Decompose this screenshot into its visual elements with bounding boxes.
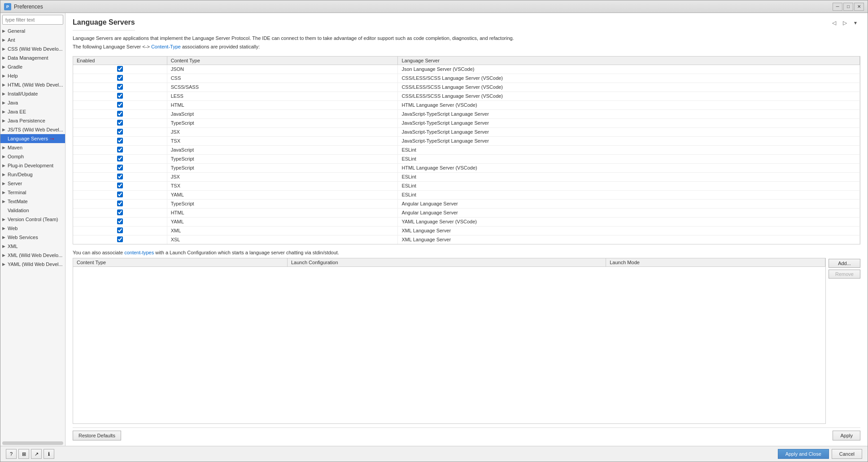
sidebar-item-ant[interactable]: ▶Ant bbox=[0, 35, 65, 44]
launch-config-table: Content Type Launch Configuration Launch… bbox=[73, 258, 825, 267]
cancel-button[interactable]: Cancel bbox=[832, 449, 862, 459]
language-server-cell: ESLint bbox=[398, 190, 860, 199]
tree-arrow-icon: ▶ bbox=[2, 190, 8, 195]
back-button[interactable]: ◁ bbox=[829, 18, 839, 27]
enabled-checkbox[interactable] bbox=[117, 192, 123, 197]
sidebar-item-label: Maven bbox=[8, 145, 22, 150]
sidebar-item-server[interactable]: ▶Server bbox=[0, 179, 65, 188]
title-bar-left: P Preferences bbox=[4, 3, 43, 10]
sidebar-item-textmate[interactable]: ▶TextMate bbox=[0, 197, 65, 206]
enabled-checkbox[interactable] bbox=[117, 93, 123, 99]
help-icon-button[interactable]: ? bbox=[6, 449, 17, 459]
apply-and-close-button[interactable]: Apply and Close bbox=[778, 449, 829, 459]
launch-table-container: Content Type Launch Configuration Launch… bbox=[73, 258, 826, 424]
filter-input[interactable] bbox=[2, 15, 63, 25]
enabled-checkbox[interactable] bbox=[117, 129, 123, 135]
close-button[interactable]: ✕ bbox=[854, 3, 864, 11]
table-row: YAMLYAML Language Server (VSCode) bbox=[73, 217, 860, 226]
sidebar-item-general[interactable]: ▶General bbox=[0, 26, 65, 35]
enabled-checkbox[interactable] bbox=[117, 102, 123, 108]
enabled-checkbox[interactable] bbox=[117, 147, 123, 153]
sidebar-item-yaml-wild[interactable]: ▶YAML (Wild Web Devel... bbox=[0, 260, 65, 269]
main-panel: Language Servers ◁ ▷ ▾ Language Servers … bbox=[65, 13, 868, 446]
sidebar-item-html[interactable]: ▶HTML (Wild Web Devel... bbox=[0, 80, 65, 89]
apply-button[interactable]: Apply bbox=[833, 431, 860, 440]
enabled-checkbox[interactable] bbox=[117, 218, 123, 224]
sidebar-item-maven[interactable]: ▶Maven bbox=[0, 143, 65, 152]
info-icon-button[interactable]: ℹ bbox=[44, 449, 54, 459]
sidebar-item-js-ts[interactable]: ▶JS/TS (Wild Web Devel... bbox=[0, 125, 65, 134]
enabled-checkbox[interactable] bbox=[117, 66, 123, 72]
sidebar-item-java[interactable]: ▶Java bbox=[0, 98, 65, 107]
enabled-checkbox[interactable] bbox=[117, 227, 123, 233]
enabled-checkbox[interactable] bbox=[117, 111, 123, 117]
enabled-checkbox[interactable] bbox=[117, 120, 123, 126]
enabled-checkbox[interactable] bbox=[117, 75, 123, 81]
enabled-checkbox[interactable] bbox=[117, 138, 123, 144]
minimize-button[interactable]: ─ bbox=[833, 3, 842, 11]
language-server-cell: ESLint bbox=[398, 154, 860, 163]
enabled-checkbox[interactable] bbox=[117, 174, 123, 179]
sidebar-scrollbar[interactable] bbox=[2, 441, 63, 445]
sidebar-item-java-ee[interactable]: ▶Java EE bbox=[0, 107, 65, 116]
add-button[interactable]: Add... bbox=[829, 259, 860, 268]
panel-description-1: Language Servers are applications that i… bbox=[73, 35, 860, 42]
tree-arrow-icon: ▶ bbox=[2, 226, 8, 231]
static-table-container[interactable]: Enabled Content Type Language Server JSO… bbox=[73, 56, 860, 244]
tree-arrow-icon: ▶ bbox=[2, 65, 8, 69]
sidebar-item-run-debug[interactable]: ▶Run/Debug bbox=[0, 170, 65, 179]
sidebar-item-terminal[interactable]: ▶Terminal bbox=[0, 188, 65, 197]
enabled-cell bbox=[73, 226, 167, 235]
sidebar-item-label: Java Persistence bbox=[8, 118, 45, 123]
sidebar-item-oomph[interactable]: ▶Oomph bbox=[0, 152, 65, 161]
export-icon-button[interactable]: ↗ bbox=[31, 449, 42, 459]
sidebar-item-web[interactable]: ▶Web bbox=[0, 224, 65, 233]
sidebar-item-install-update[interactable]: ▶Install/Update bbox=[0, 89, 65, 98]
sidebar-item-help[interactable]: ▶Help bbox=[0, 71, 65, 80]
sidebar-item-label: Java EE bbox=[8, 109, 26, 114]
content-types-link[interactable]: content-types bbox=[124, 250, 154, 255]
enabled-checkbox[interactable] bbox=[117, 236, 123, 242]
maximize-button[interactable]: □ bbox=[843, 3, 853, 11]
language-server-cell: Json Language Server (VSCode) bbox=[398, 65, 860, 74]
sidebar-item-xml-wild[interactable]: ▶XML (Wild Web Develo... bbox=[0, 251, 65, 260]
enabled-checkbox[interactable] bbox=[117, 156, 123, 161]
sidebar-item-gradle[interactable]: ▶Gradle bbox=[0, 62, 65, 71]
forward-button[interactable]: ▷ bbox=[840, 18, 850, 27]
enabled-cell bbox=[73, 154, 167, 163]
sidebar-item-plugin-development[interactable]: ▶Plug-in Development bbox=[0, 161, 65, 170]
table-row: JavaScriptESLint bbox=[73, 145, 860, 154]
language-server-cell: XML Language Server bbox=[398, 244, 860, 244]
sidebar-item-data-management[interactable]: ▶Data Management bbox=[0, 53, 65, 62]
restore-defaults-button[interactable]: Restore Defaults bbox=[73, 431, 121, 440]
enabled-checkbox[interactable] bbox=[117, 84, 123, 90]
enabled-checkbox[interactable] bbox=[117, 209, 123, 215]
sidebar-item-label: Java bbox=[8, 100, 18, 105]
enabled-cell bbox=[73, 235, 167, 244]
sidebar-item-css[interactable]: ▶CSS (Wild Web Develo... bbox=[0, 44, 65, 53]
sidebar-item-web-services[interactable]: ▶Web Services bbox=[0, 233, 65, 242]
menu-button[interactable]: ▾ bbox=[851, 18, 860, 27]
new-window-icon-button[interactable]: ⊞ bbox=[18, 449, 29, 459]
sidebar-item-java-persistence[interactable]: ▶Java Persistence bbox=[0, 116, 65, 125]
content-type-link[interactable]: Content-Type bbox=[151, 44, 181, 49]
language-server-cell: Angular Language Server bbox=[398, 199, 860, 208]
tree-arrow-icon: ▶ bbox=[2, 262, 8, 266]
enabled-checkbox[interactable] bbox=[117, 200, 123, 206]
table-row: XMLXML Language Server bbox=[73, 226, 860, 235]
enabled-cell bbox=[73, 208, 167, 217]
enabled-checkbox[interactable] bbox=[117, 165, 123, 170]
enabled-checkbox[interactable] bbox=[117, 183, 123, 188]
sidebar-item-xml[interactable]: ▶XML bbox=[0, 242, 65, 251]
tree-arrow-icon: ▶ bbox=[2, 47, 8, 51]
remove-button[interactable]: Remove bbox=[829, 270, 860, 279]
tree-arrow-icon: ▶ bbox=[2, 253, 8, 257]
sidebar-item-validation[interactable]: Validation bbox=[0, 206, 65, 215]
content-type-cell: JavaScript bbox=[167, 109, 398, 118]
enabled-cell bbox=[73, 127, 167, 136]
tree-arrow-icon: ▶ bbox=[2, 154, 8, 159]
sidebar-item-label: TextMate bbox=[8, 199, 28, 204]
sidebar-item-label: Web Services bbox=[8, 235, 38, 240]
sidebar-item-language-servers[interactable]: Language Servers→ bbox=[0, 134, 65, 143]
sidebar-item-version-control[interactable]: ▶Version Control (Team) bbox=[0, 215, 65, 224]
